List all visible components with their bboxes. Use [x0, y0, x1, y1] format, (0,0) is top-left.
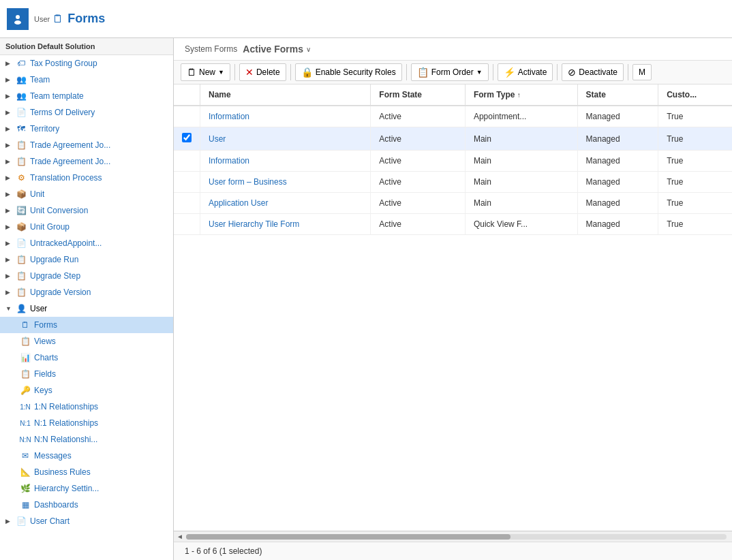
sidebar-item-user[interactable]: ▼ 👤 User [0, 300, 173, 317]
expand-arrow: ▼ [5, 305, 15, 312]
row-customizable-cell: True [658, 106, 732, 127]
row-checkbox-cell [174, 193, 200, 214]
enable-security-roles-button[interactable]: 🔒 Enable Security Roles [295, 63, 402, 81]
entity-icon: 📋 [15, 155, 27, 168]
sidebar-subitem-dashboards[interactable]: ▦ Dashboards [0, 497, 173, 513]
horizontal-scrollbar[interactable]: ◄ [174, 531, 732, 542]
scroll-thumb [186, 534, 510, 540]
sidebar-item-tax-posting-group[interactable]: ▶ 🏷 Tax Posting Group [0, 55, 173, 72]
entity-icon: 📋 [15, 253, 27, 266]
sidebar-item-user-chart[interactable]: ▶ 📄 User Chart [0, 513, 173, 529]
sidebar-item-label: Terms Of Delivery [30, 108, 95, 117]
col-form-state[interactable]: Form State [371, 84, 466, 106]
col-name[interactable]: Name [200, 84, 371, 106]
row-name-cell[interactable]: Application User [200, 193, 371, 214]
row-name-cell[interactable]: Information [200, 106, 371, 127]
row-checkbox[interactable] [182, 133, 192, 142]
form-order-button[interactable]: 📋 Form Order ▼ [411, 63, 489, 81]
sidebar-item-terms-of-delivery[interactable]: ▶ 📄 Terms Of Delivery [0, 104, 173, 121]
status-bar: 1 - 6 of 6 (1 selected) [174, 542, 732, 560]
scroll-left-arrow[interactable]: ◄ [177, 533, 183, 540]
table-row[interactable]: InformationActiveAppointment...ManagedTr… [174, 106, 732, 127]
sidebar-item-upgrade-version[interactable]: ▶ 📋 Upgrade Version [0, 284, 173, 300]
col-customizable[interactable]: Custo... [658, 84, 732, 106]
activate-label: Activate [518, 67, 547, 77]
table-row[interactable]: User Hierarchy Tile FormActiveQuick View… [174, 214, 732, 235]
sidebar-subitem-views[interactable]: 📋 Views [0, 333, 173, 349]
col-form-type[interactable]: Form Type ↑ [465, 84, 577, 106]
header-title: Forms [67, 12, 105, 26]
row-form-type-cell: Appointment... [465, 106, 577, 127]
breadcrumb-dropdown[interactable]: ∨ [306, 46, 311, 53]
dashboards-icon: ▦ [19, 499, 31, 511]
row-name-cell[interactable]: User form – Business [200, 172, 371, 193]
more-button[interactable]: M [632, 64, 652, 80]
content-area: System Forms Active Forms ∨ 🗒 New ▼ ✕ De… [174, 38, 732, 560]
form-order-label: Form Order [431, 67, 474, 77]
sidebar-subitem-messages[interactable]: ✉ Messages [0, 448, 173, 464]
sidebar-subitem-n1-relationships[interactable]: N:1 N:1 Relationships [0, 415, 173, 431]
sidebar-subitem-fields[interactable]: 📋 Fields [0, 366, 173, 382]
keys-icon: 🔑 [19, 384, 31, 396]
toolbar-separator [234, 64, 235, 80]
sidebar-item-team-template[interactable]: ▶ 👥 Team template [0, 88, 173, 104]
sidebar-subitem-label: Views [34, 337, 56, 346]
sidebar-subitem-label: Charts [34, 353, 58, 362]
main-layout: Solution Default Solution ▶ 🏷 Tax Postin… [0, 38, 732, 560]
sidebar-item-label: Unit Conversion [30, 206, 88, 215]
dropdown-arrow-icon: ▼ [476, 69, 483, 76]
table-row[interactable]: UserActiveMainManagedTrue [174, 127, 732, 151]
activate-button[interactable]: ⚡ Activate [498, 63, 553, 81]
sidebar-item-label: User Chart [30, 516, 70, 526]
sidebar-item-trade-agreement-1[interactable]: ▶ 📋 Trade Agreement Jo... [0, 137, 173, 153]
sidebar-item-territory[interactable]: ▶ 🗺 Territory [0, 121, 173, 137]
sidebar-item-trade-agreement-2[interactable]: ▶ 📋 Trade Agreement Jo... [0, 153, 173, 170]
table-row[interactable]: User form – BusinessActiveMainManagedTru… [174, 172, 732, 193]
row-name-cell[interactable]: Information [200, 151, 371, 172]
forms-icon: 🗒 [19, 319, 31, 331]
sidebar-item-unit-group[interactable]: ▶ 📦 Unit Group [0, 219, 173, 235]
deactivate-button[interactable]: ⊘ Deactivate [562, 63, 624, 81]
expand-arrow: ▶ [5, 142, 15, 149]
sidebar-subitem-keys[interactable]: 🔑 Keys [0, 382, 173, 399]
sidebar-item-translation-process[interactable]: ▶ ⚙ Translation Process [0, 170, 173, 186]
toolbar-separator [557, 64, 558, 80]
row-name-cell[interactable]: User Hierarchy Tile Form [200, 214, 371, 235]
table-row[interactable]: Application UserActiveMainManagedTrue [174, 193, 732, 214]
sidebar-item-unit[interactable]: ▶ 📦 Unit [0, 186, 173, 202]
user-avatar-icon [12, 14, 23, 25]
sidebar-subitem-forms[interactable]: 🗒 Forms [0, 317, 173, 333]
sidebar-item-team[interactable]: ▶ 👥 Team [0, 72, 173, 88]
sidebar-item-label: Team template [30, 91, 84, 101]
entity-icon: 📄 [15, 106, 27, 119]
toolbar-separator [628, 64, 628, 80]
sidebar-item-label: Unit [30, 189, 44, 199]
header-user-label: User [34, 15, 50, 23]
sidebar-item-label: Tax Posting Group [30, 59, 97, 68]
sidebar-subitem-label: 1:N Relationships [34, 402, 98, 411]
new-button[interactable]: 🗒 New ▼ [181, 63, 230, 81]
sidebar-item-upgrade-step[interactable]: ▶ 📋 Upgrade Step [0, 268, 173, 284]
team-template-icon: 👥 [15, 90, 27, 102]
table-row[interactable]: InformationActiveMainManagedTrue [174, 151, 732, 172]
col-state[interactable]: State [577, 84, 658, 106]
row-name-cell[interactable]: User [200, 127, 371, 151]
sidebar-subitem-charts[interactable]: 📊 Charts [0, 349, 173, 366]
sidebar-subitem-1n-relationships[interactable]: 1:N 1:N Relationships [0, 399, 173, 415]
toolbar-separator [406, 64, 407, 80]
process-icon: ⚙ [15, 172, 27, 184]
sidebar-subitem-nn-relationships[interactable]: N:N N:N Relationshi... [0, 431, 173, 448]
breadcrumb-prefix: System Forms [185, 44, 237, 54]
more-label: M [639, 67, 645, 77]
sidebar-subitem-business-rules[interactable]: 📐 Business Rules [0, 464, 173, 480]
row-form-state-cell: Active [371, 172, 466, 193]
sidebar-item-unit-conversion[interactable]: ▶ 🔄 Unit Conversion [0, 202, 173, 219]
delete-button[interactable]: ✕ Delete [239, 63, 286, 81]
new-icon: 🗒 [187, 67, 196, 78]
breadcrumb: System Forms Active Forms ∨ [174, 38, 732, 61]
sidebar-subitem-label: Messages [34, 451, 72, 461]
sidebar-item-untracked[interactable]: ▶ 📄 UntrackedAppoint... [0, 235, 173, 251]
relationships-icon: 1:N [19, 401, 31, 413]
sidebar-item-upgrade-run[interactable]: ▶ 📋 Upgrade Run [0, 251, 173, 268]
sidebar-subitem-hierarchy-settings[interactable]: 🌿 Hierarchy Settin... [0, 480, 173, 497]
